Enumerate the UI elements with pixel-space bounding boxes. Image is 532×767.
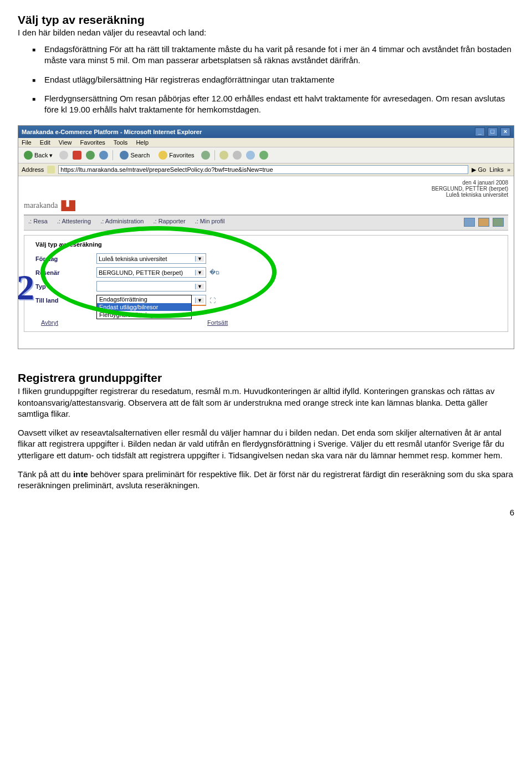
edit-icon[interactable] (246, 151, 255, 160)
messenger-icon[interactable] (259, 151, 268, 160)
back-label: Back (34, 152, 48, 158)
window-titlebar: Marakanda e-Commerce Platform - Microsof… (18, 126, 514, 138)
nav-min-profil[interactable]: .: Min profil (195, 218, 225, 224)
nav-attestering[interactable]: .: Attestering (57, 218, 91, 224)
avbryt-link[interactable]: Avbryt (41, 319, 58, 326)
menu-edit[interactable]: Edit (40, 139, 50, 146)
p3-bold: inte (73, 469, 88, 479)
menu-tools[interactable]: Tools (114, 139, 128, 146)
typ-dropdown: Endagsförrättning Endast utlägg/bilresor… (96, 295, 192, 319)
section2-p3: Tänk på att du inte behöver spara prelim… (18, 469, 514, 492)
form-panel: Välj typ av reseräkning Företag Luleå te… (24, 235, 508, 332)
fortsatt-link[interactable]: Fortsätt (207, 319, 228, 326)
nav-icon-3[interactable] (493, 218, 504, 227)
org-text: Luleå tekniska universitet (446, 192, 508, 198)
label-foretag: Företag (35, 255, 96, 262)
maximize-icon[interactable]: □ (488, 127, 498, 136)
brand-mark-icon (61, 200, 75, 211)
lookup-icon[interactable]: ⛶ (209, 297, 216, 304)
list-item: Flerdygnsersättning Om resan påbörjas ef… (44, 93, 514, 116)
field-resenar[interactable]: BERGLUND, PETTER (berpet) ▼ (96, 267, 206, 278)
field-foretag[interactable]: Luleå tekniska universitet ▼ (96, 253, 206, 264)
search-icon (120, 151, 129, 160)
nav-icon-1[interactable] (464, 218, 475, 227)
field-foretag-value: Luleå tekniska universitet (99, 255, 167, 262)
chevron-down-icon: ▼ (195, 270, 204, 275)
main-nav: .: Resa .: Attestering .: Administration… (24, 214, 508, 231)
menu-view[interactable]: View (59, 139, 72, 146)
nav-icon-2[interactable] (478, 218, 489, 227)
favorites-button[interactable]: Favorites (156, 150, 196, 161)
step-number-annotation: 2 (17, 267, 34, 308)
page-number: 6 (18, 508, 514, 517)
minimize-icon[interactable]: _ (475, 127, 485, 136)
list-item: Endast utlägg/bilersättning Här registre… (44, 74, 514, 85)
back-button[interactable]: Back ▾ (22, 150, 55, 161)
address-bar: Address ▶ Go Links » (18, 163, 514, 176)
user-text: BERGLUND, PETTER (berpet) (432, 186, 508, 192)
section2-p2: Oavsett vilket av reseavtalsalternativen… (18, 427, 514, 461)
search-label: Search (130, 152, 150, 158)
field-typ[interactable]: ▼ (96, 281, 206, 292)
bullet-list: Endagsförättning För att ha rätt till tr… (18, 44, 514, 115)
chevron-down-icon: ▼ (195, 256, 204, 262)
stop-icon[interactable] (73, 151, 81, 160)
field-resenar-value: BERGLUND, PETTER (berpet) (99, 269, 183, 276)
window-title: Marakanda e-Commerce Platform - Microsof… (22, 129, 202, 135)
chevron-down-icon: ▼ (195, 284, 204, 289)
address-label: Address (22, 166, 44, 173)
panel-title: Välj typ av reseräkning (35, 241, 497, 248)
back-icon (24, 151, 33, 160)
links-button[interactable]: Links (489, 166, 504, 173)
go-button[interactable]: ▶ Go (472, 166, 486, 173)
nav-administration[interactable]: .: Administration (100, 218, 144, 224)
brand-logo: marakanda (24, 200, 508, 211)
print-icon[interactable] (233, 151, 242, 160)
close-icon[interactable]: × (500, 127, 510, 136)
chevron-down-icon: ▼ (195, 298, 204, 303)
star-icon (158, 151, 167, 160)
media-icon[interactable] (201, 151, 210, 160)
chevron-icon: » (507, 166, 510, 173)
menu-favorites[interactable]: Favorites (80, 139, 105, 146)
p3-post: behöver spara preliminärt för respektive… (18, 469, 513, 490)
home-icon[interactable] (99, 151, 108, 160)
label-till-land: Till land (35, 297, 96, 304)
window-buttons: _ □ × (474, 127, 510, 136)
section1-title: Välj typ av reseräkning (18, 13, 514, 27)
go-label: Go (478, 166, 487, 173)
p3-pre: Tänk på att du (18, 469, 73, 479)
mail-icon[interactable] (219, 151, 228, 160)
label-typ: Typ (35, 283, 96, 290)
list-item: Endagsförättning För att ha rätt till tr… (44, 44, 514, 67)
forward-icon[interactable] (59, 151, 68, 160)
dropdown-option[interactable]: Flerdygnsförrättning (97, 311, 191, 319)
menu-bar: File Edit View Favorites Tools Help (18, 138, 514, 147)
address-input[interactable] (58, 165, 468, 174)
nav-resa[interactable]: .: Resa (28, 218, 48, 224)
lookup-icon[interactable]: �ם (209, 269, 219, 276)
section2-p1: I fliken grunduppgifter registrerar du r… (18, 386, 514, 420)
section1-intro: I den här bilden nedan väljer du reseavt… (18, 28, 514, 37)
page-icon (47, 166, 55, 173)
toolbar: Back ▾ Search Favorites (18, 147, 514, 163)
embedded-screenshot: Marakanda e-Commerce Platform - Microsof… (18, 125, 514, 349)
menu-file[interactable]: File (22, 139, 32, 146)
brand-text: marakanda (24, 201, 58, 210)
date-text: den 4 januari 2008 (462, 180, 508, 186)
section2-title: Registrera grunduppgifter (18, 371, 514, 385)
menu-help[interactable]: Help (136, 139, 149, 146)
label-resenar: Resenär (35, 269, 96, 276)
page-content: den 4 januari 2008 BERGLUND, PETTER (ber… (18, 176, 514, 349)
dropdown-option[interactable]: Endast utlägg/bilresor (97, 303, 191, 311)
refresh-icon[interactable] (86, 151, 95, 160)
dropdown-option[interactable]: Endagsförrättning (97, 295, 191, 303)
nav-rapporter[interactable]: .: Rapporter (153, 218, 185, 224)
search-button[interactable]: Search (117, 150, 152, 161)
favorites-label: Favorites (169, 152, 194, 158)
